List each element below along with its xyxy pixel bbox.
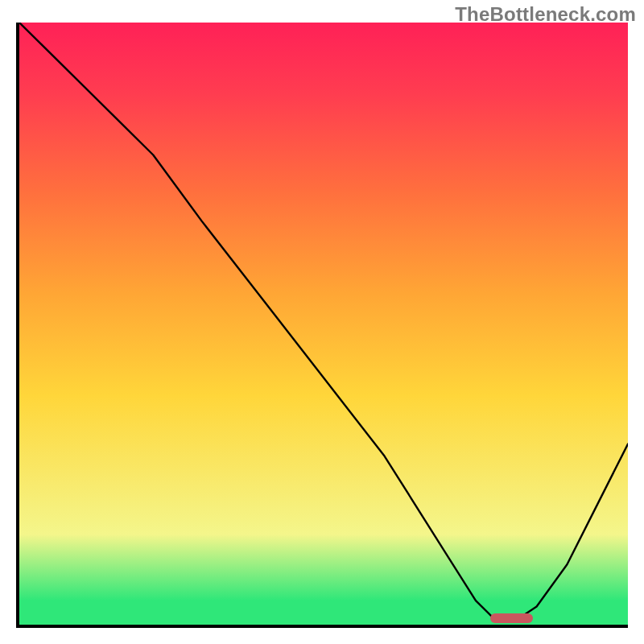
plot-area [16,23,628,628]
chart-frame: TheBottleneck.com [0,0,644,644]
plot-inner [19,23,628,625]
optimum-marker [490,613,533,623]
bottleneck-curve [19,23,628,625]
curve-path [19,23,628,619]
